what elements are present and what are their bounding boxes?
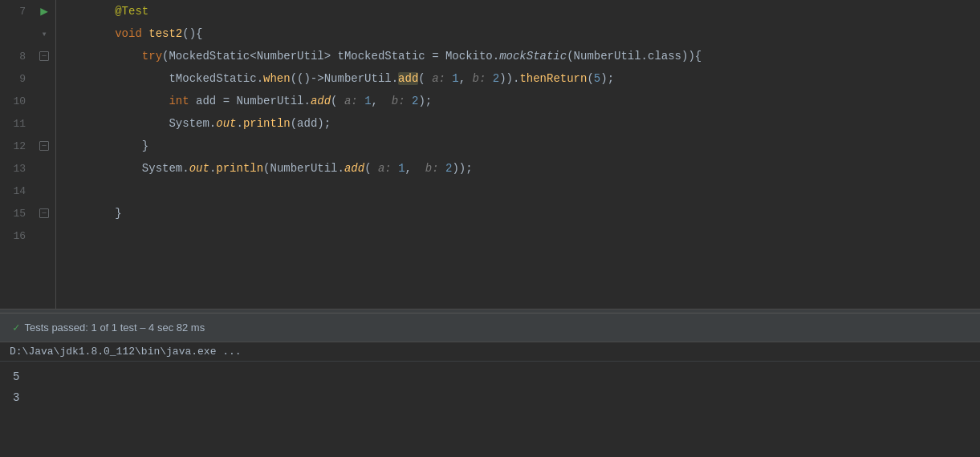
test-result-bar: ✓ Tests passed: 1 of 1 test – 4 sec 82 m… <box>0 313 980 342</box>
line-number: 12 <box>0 140 32 152</box>
gutter-fold: − <box>32 51 56 61</box>
code-line-15: 15 − } <box>0 202 980 224</box>
editor-area: 7 ▶ @Test ▾ void test2(){ 8 − try(Mocked… <box>0 0 980 309</box>
check-icon: ✓ <box>13 321 19 334</box>
code-line-7a: 7 ▶ @Test <box>0 0 980 22</box>
line-number: 7 <box>0 6 32 18</box>
code-line-16: 16 <box>0 224 980 247</box>
code-content: void test2(){ <box>56 22 980 45</box>
line-number: 8 <box>0 51 32 63</box>
fold-close-icon[interactable]: − <box>39 141 49 151</box>
line-number: 15 <box>0 208 32 220</box>
gutter-run[interactable]: ▶ <box>32 5 56 18</box>
keyword-void: void <box>115 27 142 40</box>
annotation-token: @Test <box>115 5 148 18</box>
code-content: tMockedStatic.when(()->NumberUtil.add( a… <box>56 67 980 90</box>
line-number: 11 <box>0 118 32 130</box>
code-content: System.out.println(NumberUtil.add( a: 1,… <box>56 157 980 180</box>
line-number: 14 <box>0 185 32 197</box>
output-line-1: 5 <box>13 366 967 387</box>
code-line-8: 8 − try(MockedStatic<NumberUtil> tMocked… <box>0 45 980 67</box>
gutter-fold3: − <box>32 208 56 218</box>
code-content: } <box>56 135 980 157</box>
output-line-2: 3 <box>13 387 967 408</box>
console-output: 5 3 <box>0 362 980 457</box>
line-number: 9 <box>0 73 32 85</box>
code-content: int add = NumberUtil.add( a: 1, b: 2); <box>56 90 980 112</box>
bottom-panel: ✓ Tests passed: 1 of 1 test – 4 sec 82 m… <box>0 313 980 457</box>
code-content: System.out.println(add); <box>56 112 980 135</box>
code-line-10: 10 int add = NumberUtil.add( a: 1, b: 2)… <box>0 90 980 112</box>
fold-close2-icon[interactable]: − <box>39 208 49 218</box>
line-number: 13 <box>0 163 32 175</box>
line-number: 16 <box>0 230 32 242</box>
run-icon[interactable]: ▶ <box>38 5 51 18</box>
code-line-14: 14 <box>0 180 980 202</box>
line-number: 10 <box>0 95 32 107</box>
code-content: try(MockedStatic<NumberUtil> tMockedStat… <box>56 45 980 67</box>
code-content: } <box>56 202 980 224</box>
code-line-13: 13 System.out.println(NumberUtil.add( a:… <box>0 157 980 180</box>
code-line-12: 12 − } <box>0 135 980 157</box>
fold-bracket-icon[interactable]: − <box>39 51 49 61</box>
gutter-fold2: − <box>32 141 56 151</box>
console-header: D:\Java\jdk1.8.0_112\bin\java.exe ... <box>0 342 980 362</box>
code-line-7b: ▾ void test2(){ <box>0 22 980 45</box>
code-line-11: 11 System.out.println(add); <box>0 112 980 135</box>
fold-icon[interactable]: ▾ <box>38 27 51 40</box>
code-container: 7 ▶ @Test ▾ void test2(){ 8 − try(Mocked… <box>0 0 980 309</box>
method-name: test2 <box>148 27 182 40</box>
test-result-text: Tests passed: 1 of 1 test – 4 sec 82 ms <box>24 322 205 334</box>
gutter-empty: ▾ <box>32 27 56 40</box>
code-content: @Test <box>56 0 980 22</box>
code-line-9: 9 tMockedStatic.when(()->NumberUtil.add(… <box>0 67 980 90</box>
